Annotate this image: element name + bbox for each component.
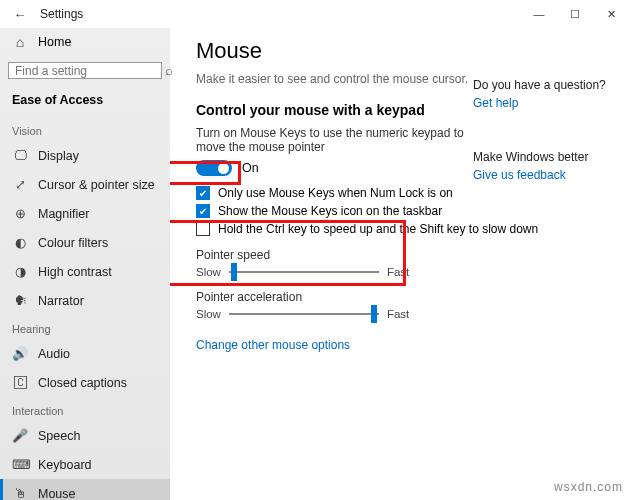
watermark: wsxdn.com [554,480,623,494]
sidebar-home[interactable]: ⌂ Home [0,28,170,56]
sidebar: ⌂ Home ⌕ Ease of Access Vision 🖵Display … [0,28,170,500]
mouse-icon: 🖱 [12,486,28,500]
sidebar-item-audio[interactable]: 🔊Audio [0,339,170,368]
page-title: Mouse [196,38,613,64]
sidebar-item-colour-filters[interactable]: ◐Colour filters [0,228,170,257]
sidebar-item-keyboard[interactable]: ⌨Keyboard [0,450,170,479]
question-heading: Do you have a question? [473,78,613,92]
sidebar-item-speech[interactable]: 🎤Speech [0,421,170,450]
speech-icon: 🎤 [12,428,28,443]
home-label: Home [38,35,71,49]
sidebar-item-magnifier[interactable]: ⊕Magnifier [0,199,170,228]
magnifier-icon: ⊕ [12,206,28,221]
check-numlock[interactable]: ✔ Only use Mouse Keys when Num Lock is o… [196,186,613,200]
cc-icon: 🄲 [12,375,28,390]
home-icon: ⌂ [12,34,28,50]
search-input[interactable] [15,64,165,78]
feedback-link[interactable]: Give us feedback [473,168,613,182]
narrator-icon: 🗣 [12,293,28,308]
pointer-accel-label: Pointer acceleration [196,290,613,304]
search-box[interactable]: ⌕ [8,62,162,79]
group-vision: Vision [0,117,170,141]
toggle-knob [218,163,229,174]
checkbox-on-icon: ✔ [196,204,210,218]
close-button[interactable]: ✕ [593,8,629,21]
cursor-icon: ⤢ [12,177,28,192]
mouse-keys-desc: Turn on Mouse Keys to use the numeric ke… [196,126,466,154]
sidebar-item-mouse[interactable]: 🖱Mouse [0,479,170,500]
back-button[interactable]: ← [4,7,36,22]
sidebar-item-high-contrast[interactable]: ◑High contrast [0,257,170,286]
titlebar: ← Settings — ☐ ✕ [0,0,633,28]
slider-thumb[interactable] [371,305,377,323]
keyboard-icon: ⌨ [12,457,28,472]
group-interaction: Interaction [0,397,170,421]
contrast-icon: ◑ [12,264,28,279]
audio-icon: 🔊 [12,346,28,361]
colour-icon: ◐ [12,235,28,250]
slow-label: Slow [196,266,221,278]
check-taskbar-icon[interactable]: ✔ Show the Mouse Keys icon on the taskba… [196,204,613,218]
sidebar-item-display[interactable]: 🖵Display [0,141,170,170]
better-heading: Make Windows better [473,150,613,164]
slow-label: Slow [196,308,221,320]
fast-label: Fast [387,266,409,278]
get-help-link[interactable]: Get help [473,96,613,110]
sidebar-item-closed-captions[interactable]: 🄲Closed captions [0,368,170,397]
pointer-accel-slider[interactable] [229,313,379,315]
slider-thumb[interactable] [231,263,237,281]
sidebar-item-narrator[interactable]: 🗣Narrator [0,286,170,315]
window-title: Settings [40,7,83,21]
minimize-button[interactable]: — [521,8,557,20]
mouse-keys-toggle[interactable] [196,160,232,176]
toggle-state: On [242,161,259,175]
sidebar-item-cursor[interactable]: ⤢Cursor & pointer size [0,170,170,199]
right-column: Do you have a question? Get help Make Wi… [473,78,613,182]
pointer-speed-slider[interactable] [229,271,379,273]
category-title: Ease of Access [0,89,170,117]
group-hearing: Hearing [0,315,170,339]
pointer-speed-label: Pointer speed [196,248,613,262]
maximize-button[interactable]: ☐ [557,8,593,21]
other-options-link[interactable]: Change other mouse options [196,338,613,352]
fast-label: Fast [387,308,409,320]
check-ctrl-shift[interactable]: Hold the Ctrl key to speed up and the Sh… [196,222,613,236]
checkbox-on-icon: ✔ [196,186,210,200]
main-content: Mouse Make it easier to see and control … [170,28,633,500]
checkbox-off-icon [196,222,210,236]
display-icon: 🖵 [12,148,28,163]
